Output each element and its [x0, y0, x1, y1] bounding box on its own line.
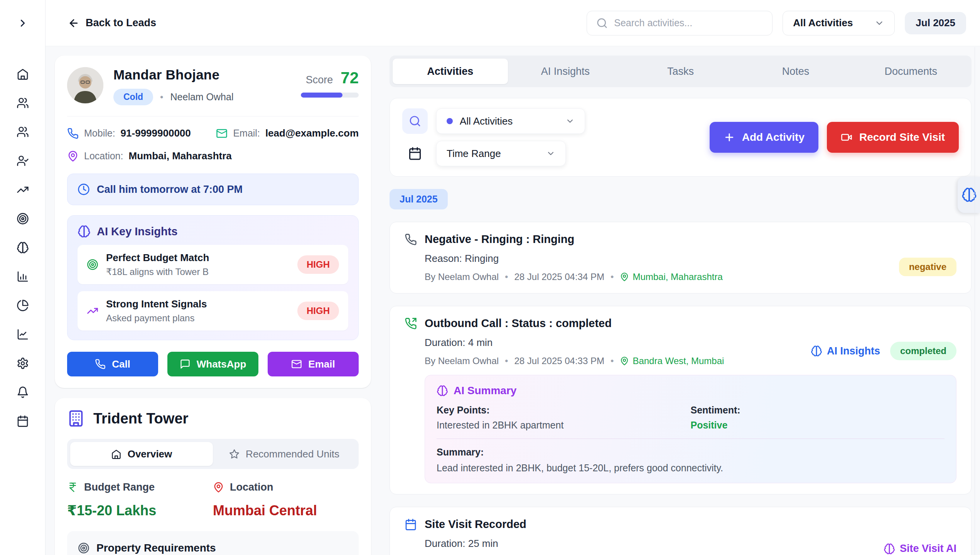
user-check-icon: [17, 155, 29, 167]
lead-actions: Call WhatsApp Email: [67, 352, 359, 376]
activity-type-select[interactable]: All Activities: [783, 11, 895, 35]
insight-text: Perfect Budget Match ₹18L aligns with To…: [106, 252, 290, 277]
bell-icon: [17, 386, 29, 398]
email-button-label: Email: [308, 358, 335, 370]
activity-detail: Reason: Ringing: [425, 253, 956, 265]
insight-title: Strong Intent Signals: [106, 298, 290, 310]
tab-documents[interactable]: Documents: [853, 59, 968, 84]
summary-label: Summary:: [437, 447, 945, 458]
activity-location-text: Mumbai, Maharashtra: [633, 272, 722, 282]
lead-card: Mandar Bhojane Cold Neelam Owhal Score 7…: [55, 56, 371, 388]
main-area: Back to Leads All Activities Jul 2025: [46, 0, 980, 555]
sidebar-item-trends[interactable]: [17, 184, 29, 196]
score-progress-track: [301, 93, 359, 98]
search-input[interactable]: [614, 17, 763, 29]
ai-assistant-flyout-button[interactable]: [958, 177, 980, 213]
score-label: Score: [306, 74, 333, 86]
activity-aside: Site Visit AI: [884, 543, 956, 555]
sidebar-item-targets[interactable]: [17, 213, 29, 225]
tab-ai-insights[interactable]: AI Insights: [508, 59, 623, 84]
key-points-label: Key Points:: [437, 405, 691, 416]
site-visit-ai-link[interactable]: Site Visit AI: [884, 543, 956, 555]
ai-summary-grid: Key Points: Interested in 2BHK apartment…: [437, 405, 945, 431]
back-to-leads-button[interactable]: Back to Leads: [68, 17, 156, 29]
activities-search: [587, 11, 773, 35]
score-value: 72: [341, 69, 359, 87]
sidebar-item-settings[interactable]: [17, 357, 29, 369]
tab-overview-label: Overview: [128, 448, 172, 460]
filter-search-button[interactable]: [402, 108, 428, 134]
ai-summary: AI Summary Key Points: Interested in 2BH…: [425, 375, 956, 483]
activity-type-dropdown[interactable]: All Activities: [436, 108, 585, 134]
sidebar-item-ai[interactable]: [17, 241, 29, 254]
add-activity-button[interactable]: Add Activity: [710, 122, 818, 153]
message-icon: [180, 359, 191, 369]
sidebar-item-team[interactable]: [17, 97, 29, 109]
activities-panel: Activities AI Insights Tasks Notes Docum…: [390, 56, 972, 555]
target-icon: [17, 213, 29, 225]
time-range-dropdown[interactable]: Time Range: [436, 141, 566, 166]
users-icon: [17, 126, 29, 138]
key-points-value: Interested in 2BHK apartment: [437, 420, 691, 431]
trending-up-icon: [17, 184, 29, 196]
activity-meta: By Neelam Owhal 28 Jul 2025 04:34 PM Mum…: [425, 272, 956, 282]
activity-datetime: 28 Jul 2025 04:33 PM: [514, 356, 604, 366]
sentiment-value: Positive: [691, 420, 945, 431]
topbar-actions: All Activities Jul 2025: [587, 11, 966, 35]
target-icon: [87, 259, 98, 270]
email-label: Email:: [233, 128, 260, 139]
reminder-banner: Call him tomorrow at 7:00 PM: [67, 174, 359, 205]
sidebar-item-analytics[interactable]: [17, 299, 29, 312]
brain-icon: [17, 241, 29, 254]
whatsapp-button[interactable]: WhatsApp: [167, 352, 258, 376]
call-button[interactable]: Call: [67, 352, 158, 376]
sidebar-item-leads[interactable]: [17, 126, 29, 138]
scrollbar-track[interactable]: [975, 47, 975, 555]
tab-tasks[interactable]: Tasks: [623, 59, 738, 84]
tab-recommended-units-label: Recommended Units: [246, 448, 339, 460]
activity-datetime: 28 Jul 2025 04:34 PM: [514, 272, 604, 282]
lead-identity: Mandar Bhojane Cold Neelam Owhal: [113, 67, 233, 105]
email-button[interactable]: Email: [268, 352, 359, 376]
property-location-label: Location: [230, 481, 273, 493]
mobile-label: Mobile:: [84, 128, 115, 139]
arrow-left-icon: [68, 17, 79, 29]
sidebar-item-performance[interactable]: [17, 328, 29, 341]
activity-location[interactable]: Bandra West, Mumbai: [620, 356, 724, 366]
activity-author: By Neelam Owhal: [425, 272, 499, 282]
lead-score: Score 72: [301, 67, 359, 98]
dot-separator: [505, 356, 508, 366]
sidebar-item-reports[interactable]: [17, 270, 29, 283]
location-label: Location:: [84, 150, 123, 162]
tab-activities[interactable]: Activities: [393, 59, 508, 84]
trending-up-icon: [87, 305, 98, 317]
whatsapp-button-label: WhatsApp: [197, 358, 246, 370]
record-site-visit-label: Record Site Visit: [859, 131, 945, 143]
star-icon: [229, 449, 240, 459]
record-site-visit-button[interactable]: Record Site Visit: [827, 122, 959, 153]
time-range-dropdown-value: Time Range: [447, 148, 501, 160]
target-icon: [78, 542, 89, 554]
lead-name: Mandar Bhojane: [113, 67, 233, 83]
sidebar-item-calendar[interactable]: [17, 415, 29, 427]
sidebar-item-notifications[interactable]: [17, 386, 29, 398]
filter-controls: All Activities Time Range: [402, 108, 585, 166]
sidebar-item-assigned-leads[interactable]: [17, 155, 29, 167]
lead-header: Mandar Bhojane Cold Neelam Owhal Score 7…: [67, 67, 359, 105]
tab-notes[interactable]: Notes: [738, 59, 853, 84]
tab-overview[interactable]: Overview: [70, 442, 213, 466]
activity-location[interactable]: Mumbai, Maharashtra: [620, 272, 722, 282]
rupee-icon: [67, 482, 78, 493]
tab-recommended-units[interactable]: Recommended Units: [213, 442, 356, 466]
sidebar-item-home[interactable]: [17, 68, 29, 80]
filter-row-time: Time Range: [402, 141, 585, 166]
activity-filter-bar: All Activities Time Range: [390, 98, 972, 177]
budget-range-value: ₹15-20 Lakhs: [67, 503, 213, 519]
property-name: Trident Tower: [93, 410, 188, 427]
phone-icon: [67, 128, 79, 139]
property-header: Trident Tower: [67, 410, 359, 427]
panel-tabs: Activities AI Insights Tasks Notes Docum…: [390, 56, 972, 87]
app-root: Back to Leads All Activities Jul 2025: [0, 0, 980, 555]
ai-insights-link[interactable]: AI Insights: [811, 345, 880, 357]
sidebar-expand-button[interactable]: [0, 0, 45, 46]
